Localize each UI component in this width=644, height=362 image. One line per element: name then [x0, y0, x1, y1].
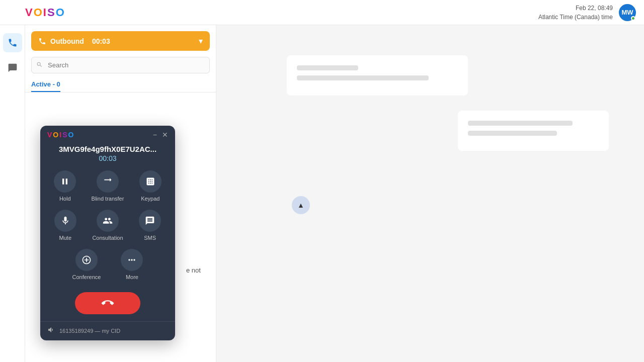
active-tab-label[interactable]: Active - 0 — [31, 80, 60, 92]
keypad-icon-circle — [139, 170, 162, 193]
blind-transfer-button[interactable]: Blind transfer — [92, 170, 124, 202]
datetime: Feb 22, 08:49 Atlantic Time (Canada) tim… — [538, 4, 613, 22]
end-call-area — [40, 288, 175, 321]
hold-label: Hold — [59, 196, 71, 202]
search-input[interactable] — [31, 57, 210, 73]
outbound-label: Outbound — [50, 37, 84, 45]
header-right: Feb 22, 08:49 Atlantic Time (Canada) tim… — [538, 4, 636, 22]
cursor-indicator: ▲ — [292, 196, 310, 214]
left-panel: Outbound 00:03 ▾ Active - 0 VOISO — [25, 25, 216, 362]
cursor-icon: ▲ — [297, 201, 304, 209]
skeleton-line — [468, 121, 573, 126]
partial-text: e not — [186, 266, 201, 274]
hold-button[interactable]: Hold — [54, 170, 76, 202]
logo: VOISO — [25, 6, 65, 19]
date-text: Feb 22, 08:49 — [538, 4, 613, 13]
action-row-3: Conference More — [46, 249, 169, 280]
outbound-icon — [38, 37, 46, 45]
conference-label: Conference — [72, 274, 101, 280]
sms-icon-circle — [139, 210, 161, 232]
popup-footer: 16135189249 — my CID — [40, 321, 175, 340]
main-layout: Outbound 00:03 ▾ Active - 0 VOISO — [0, 25, 644, 362]
conference-button[interactable]: Conference — [72, 249, 101, 280]
blind-transfer-label: Blind transfer — [92, 196, 124, 202]
more-button[interactable]: More — [121, 249, 143, 280]
footer-cid: 16135189249 — my CID — [59, 328, 120, 334]
popup-controls: − ✕ — [153, 131, 168, 139]
sms-label: SMS — [144, 235, 156, 241]
skeleton-line — [297, 75, 429, 80]
sms-button[interactable]: SMS — [139, 210, 161, 241]
end-call-icon — [99, 295, 116, 312]
mute-button[interactable]: Mute — [54, 210, 76, 241]
action-row-1: Hold Blind transfer — [46, 170, 169, 202]
close-button[interactable]: ✕ — [162, 131, 168, 139]
end-call-button[interactable] — [75, 292, 140, 314]
popup-logo: VOISO — [47, 131, 74, 139]
consultation-button[interactable]: Consultation — [92, 210, 123, 241]
consultation-icon-circle — [97, 210, 119, 232]
mute-label: Mute — [59, 235, 71, 241]
outbound-bar[interactable]: Outbound 00:03 ▾ — [31, 31, 210, 51]
skeleton-line — [468, 131, 557, 136]
outbound-timer: 00:03 — [92, 37, 110, 45]
minimize-button[interactable]: − — [153, 131, 157, 139]
active-tab: Active - 0 — [25, 79, 216, 93]
header: VOISO Feb 22, 08:49 Atlantic Time (Canad… — [0, 0, 644, 25]
hold-icon-circle — [54, 170, 76, 193]
chevron-down-icon: ▾ — [199, 36, 203, 46]
sidebar-item-messages[interactable] — [3, 58, 22, 77]
popup-actions: Hold Blind transfer — [40, 170, 175, 280]
conference-icon-circle — [75, 249, 98, 271]
keypad-label: Keypad — [141, 196, 159, 202]
skeleton-line — [297, 65, 358, 70]
phone-icon — [8, 38, 18, 48]
keypad-button[interactable]: Keypad — [139, 170, 162, 202]
skeleton-card-1 — [287, 55, 468, 96]
call-popup: VOISO − ✕ 3MVG9fe4g9fhX0E7U2AC... 00:03 — [40, 126, 175, 340]
avatar[interactable]: MW — [619, 4, 636, 21]
consultation-label: Consultation — [92, 235, 123, 241]
sidebar-icons — [0, 25, 25, 362]
more-label: More — [126, 274, 138, 280]
mute-icon-circle — [54, 210, 76, 232]
skeleton-card-2 — [458, 111, 609, 151]
popup-titlebar: VOISO − ✕ — [40, 126, 175, 143]
action-row-2: Mute Consultation — [46, 210, 169, 241]
search-box — [31, 57, 210, 73]
search-icon — [36, 61, 43, 69]
avatar-status-dot — [631, 16, 635, 21]
caller-id: 3MVG9fe4g9fhX0E7U2AC... — [40, 143, 175, 154]
more-icon-circle — [121, 249, 143, 271]
timezone-text: Atlantic Time (Canada) time — [538, 13, 613, 22]
message-icon — [8, 63, 18, 73]
blind-transfer-icon-circle — [97, 170, 119, 193]
volume-icon[interactable] — [47, 326, 55, 335]
call-timer: 00:03 — [40, 154, 175, 170]
right-content: ▲ — [216, 25, 644, 362]
sidebar-item-phone[interactable] — [3, 33, 22, 52]
